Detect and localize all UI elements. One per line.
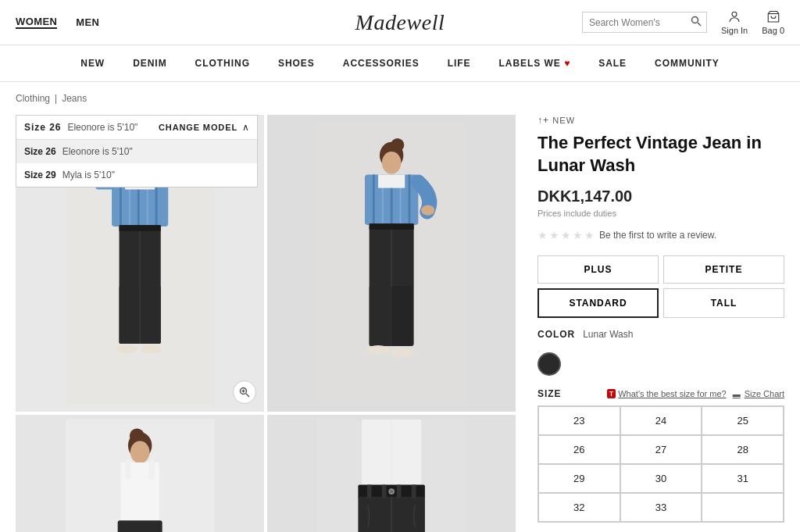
model-option-1[interactable]: Size 26 Eleonore is 5'10" xyxy=(16,140,257,163)
fit-standard[interactable]: STANDARD xyxy=(538,288,659,318)
logo[interactable]: Madewell xyxy=(355,10,445,35)
size-label: SIZE xyxy=(538,388,562,399)
new-tag: NEW xyxy=(538,115,784,126)
review-link[interactable]: Be the first to write a review. xyxy=(599,230,716,241)
product-image-3[interactable] xyxy=(16,415,264,532)
option-size-1: Size 26 xyxy=(24,146,56,157)
fit-tall[interactable]: TALL xyxy=(663,288,784,318)
svg-point-22 xyxy=(117,345,138,353)
svg-point-30 xyxy=(391,137,404,151)
svg-rect-20 xyxy=(119,286,138,344)
main-nav: NEW DENIM CLOTHING SHOES ACCESSORIES LIF… xyxy=(0,45,800,82)
size-chart-icon: ▬ xyxy=(733,390,741,398)
svg-rect-65 xyxy=(382,484,387,498)
nav-community[interactable]: COMMUNITY xyxy=(655,58,720,69)
breadcrumb: Clothing | Jeans xyxy=(0,82,800,115)
svg-point-2 xyxy=(732,12,737,16)
fit-petite[interactable]: PETITE xyxy=(663,255,784,284)
svg-line-1 xyxy=(698,23,701,26)
star-3: ★ xyxy=(561,229,571,241)
product-image-2[interactable] xyxy=(267,115,516,412)
size-23[interactable]: 23 xyxy=(538,406,620,435)
header: WOMEN MEN Madewell Sign In xyxy=(0,0,800,82)
change-model-button[interactable]: CHANGE MODEL xyxy=(159,123,238,132)
fit-selector: PLUS PETITE STANDARD TALL xyxy=(538,255,784,318)
svg-rect-67 xyxy=(412,484,416,498)
svg-point-45 xyxy=(367,345,390,354)
product-image-4[interactable] xyxy=(267,415,516,532)
size-32[interactable]: 32 xyxy=(538,493,620,522)
chevron-up-icon: ∧ xyxy=(242,122,249,133)
star-2: ★ xyxy=(549,229,559,241)
model-dropdown: Size 26 Eleonore is 5'10" Size 29 Myla i… xyxy=(16,140,257,187)
nav-men[interactable]: MEN xyxy=(76,16,99,28)
size-chart-link[interactable]: ▬ Size Chart xyxy=(733,389,784,398)
nav-new[interactable]: NEW xyxy=(80,58,105,69)
product-info: NEW The Perfect Vintage Jean in Lunar Wa… xyxy=(516,115,784,532)
svg-rect-44 xyxy=(391,286,412,346)
zoom-button[interactable] xyxy=(233,380,256,404)
star-5: ★ xyxy=(584,229,595,241)
fit-plus[interactable]: PLUS xyxy=(538,255,659,284)
svg-point-46 xyxy=(391,348,413,356)
color-label: COLOR xyxy=(538,329,575,340)
size-section: SIZE T What's the best size for me? ▬ Si… xyxy=(538,388,784,523)
size-help-icon: T xyxy=(607,389,616,398)
svg-rect-42 xyxy=(369,223,413,230)
svg-rect-66 xyxy=(397,484,402,498)
search-box[interactable] xyxy=(582,12,707,33)
size-31[interactable]: 31 xyxy=(702,464,784,493)
size-33[interactable]: 33 xyxy=(620,493,702,522)
breadcrumb-separator: | xyxy=(55,93,57,104)
svg-point-0 xyxy=(691,17,698,23)
nav-denim[interactable]: DENIM xyxy=(133,58,166,69)
product-title: The Perfect Vintage Jean in Lunar Wash xyxy=(538,132,784,177)
svg-point-23 xyxy=(141,345,162,353)
size-grid: 23 24 25 26 27 28 29 30 31 32 33 xyxy=(538,405,784,523)
nav-shoes[interactable]: SHOES xyxy=(278,58,315,69)
size-25[interactable]: 25 xyxy=(702,406,784,435)
nav-accessories[interactable]: ACCESSORIES xyxy=(343,58,420,69)
size-help-link[interactable]: T What's the best size for me? xyxy=(607,389,727,398)
svg-point-31 xyxy=(382,152,402,174)
svg-rect-21 xyxy=(141,286,161,344)
bag-button[interactable]: Bag 0 xyxy=(762,10,784,35)
nav-sale[interactable]: SALE xyxy=(598,58,627,69)
product-price: DKK1,147.00 xyxy=(538,187,784,205)
nav-women[interactable]: WOMEN xyxy=(16,16,57,29)
size-help: T What's the best size for me? ▬ Size Ch… xyxy=(607,389,784,398)
sign-in-label: Sign In xyxy=(721,26,748,35)
size-28[interactable]: 28 xyxy=(702,435,784,464)
model-selector-header[interactable]: Size 26 Eleonore is 5'10" CHANGE MODEL ∧ xyxy=(16,116,257,140)
star-1: ★ xyxy=(538,229,548,241)
star-row[interactable]: ★ ★ ★ ★ ★ xyxy=(538,229,595,241)
reviews: ★ ★ ★ ★ ★ Be the first to write a review… xyxy=(538,229,784,241)
model-option-2[interactable]: Size 29 Myla is 5'10" xyxy=(16,163,257,187)
main-content: Size 26 Eleonore is 5'10" CHANGE MODEL ∧… xyxy=(0,115,800,532)
svg-rect-19 xyxy=(119,225,160,231)
breadcrumb-clothing[interactable]: Clothing xyxy=(16,93,50,104)
search-input[interactable] xyxy=(589,17,691,28)
size-30[interactable]: 30 xyxy=(620,464,702,493)
svg-rect-43 xyxy=(369,286,390,346)
nav-clothing[interactable]: CLOTHING xyxy=(195,58,250,69)
nav-labels[interactable]: LABELS WE ♥ xyxy=(499,58,571,69)
option-name-1: Eleonore is 5'10" xyxy=(62,146,133,157)
svg-rect-64 xyxy=(367,484,372,498)
svg-line-25 xyxy=(246,394,249,397)
selected-model-name: Eleonore is 5'10" xyxy=(67,122,159,133)
size-24[interactable]: 24 xyxy=(620,406,702,435)
size-27[interactable]: 27 xyxy=(620,435,702,464)
model-selector: Size 26 Eleonore is 5'10" CHANGE MODEL ∧… xyxy=(16,115,258,187)
heart-icon: ♥ xyxy=(564,58,570,69)
size-chart-text: Size Chart xyxy=(745,389,784,398)
color-section: COLOR Lunar Wash xyxy=(538,329,784,376)
size-26[interactable]: 26 xyxy=(538,435,620,464)
nav-life[interactable]: LIFE xyxy=(448,58,471,69)
color-swatch-lunar-wash[interactable] xyxy=(538,352,561,376)
sign-in-button[interactable]: Sign In xyxy=(721,10,748,35)
size-29[interactable]: 29 xyxy=(538,464,620,493)
search-icon xyxy=(691,16,702,29)
svg-rect-38 xyxy=(378,174,405,187)
bag-label: Bag 0 xyxy=(762,26,784,35)
